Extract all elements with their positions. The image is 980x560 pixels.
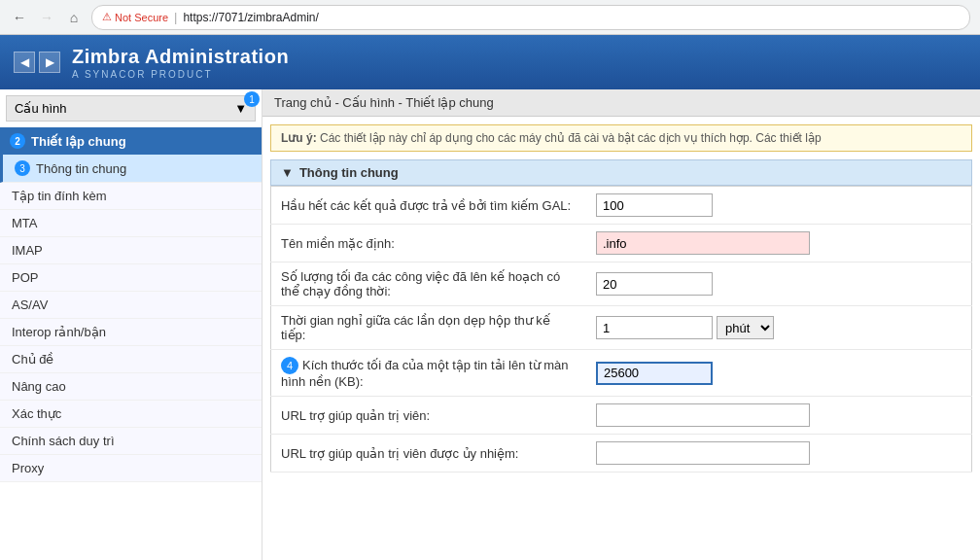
sidebar-item-badge: 3 — [15, 160, 30, 176]
form-input-1[interactable] — [596, 231, 810, 255]
sidebar-active-item[interactable]: 2 Thiết lập chung — [0, 127, 262, 155]
forward-button[interactable]: → — [37, 8, 56, 27]
form-input-cell — [586, 397, 972, 435]
section-header: ▼ Thông tin chung — [270, 159, 972, 186]
sidebar-item-label: IMAP — [12, 243, 43, 258]
sidebar-item-label: Chủ đề — [12, 352, 53, 367]
sidebar-item-label: POP — [12, 270, 38, 285]
form-label: URL trợ giúp quản trị viên được ủy nhiệm… — [271, 435, 586, 472]
security-warning: ⚠ Not Secure — [102, 11, 168, 23]
sidebar-item-label: Proxy — [12, 461, 44, 475]
sidebar-item-tập-tin-đính-kèm[interactable]: Tập tin đính kèm — [0, 183, 262, 210]
app-title: Zimbra Administration — [72, 46, 289, 68]
sidebar-item-proxy[interactable]: Proxy — [0, 455, 262, 482]
app-header: ◀ ▶ Zimbra Administration A SYNACOR PROD… — [0, 35, 980, 89]
breadcrumb: Trang chủ - Cấu hình - Thiết lập chung — [262, 89, 980, 117]
sidebar-item-interop-rảnh/bận[interactable]: Interop rảnh/bận — [0, 319, 262, 346]
table-row: Số lượng tối đa các công việc đã lên kế … — [271, 262, 972, 306]
sidebar-item-label: Thông tin chung — [36, 161, 126, 176]
form-input-cell — [586, 187, 972, 225]
sidebar-active-badge: 2 — [10, 133, 25, 149]
sidebar-item-label: Chính sách duy trì — [12, 434, 115, 448]
form-input-5[interactable] — [596, 403, 810, 427]
form-label: URL trợ giúp quản trị viên: — [271, 397, 586, 435]
content-area: Trang chủ - Cấu hình - Thiết lập chung L… — [262, 89, 980, 560]
form-input-cell — [586, 350, 972, 397]
sidebar-item-imap[interactable]: IMAP — [0, 237, 262, 264]
section-arrow-icon: ▼ — [281, 165, 294, 180]
sidebar-item-pop[interactable]: POP — [0, 264, 262, 292]
address-url: https://7071/zimbraAdmin/ — [183, 11, 318, 24]
app-nav-right[interactable]: ▶ — [39, 52, 60, 73]
notice-label: Lưu ý: — [281, 131, 317, 145]
content-body: ▼ Thông tin chung Hầu hết các kết quả đư… — [262, 159, 980, 560]
form-label: Hầu hết các kết quả được trả về bởi tìm … — [271, 187, 586, 225]
app-nav-left[interactable]: ◀ — [14, 52, 35, 73]
table-row: Hầu hết các kết quả được trả về bởi tìm … — [271, 187, 972, 225]
inline-group: phútgiờngày — [596, 316, 962, 339]
table-row: Thời gian nghỉ giữa các lần dọn dẹp hộp … — [271, 306, 972, 350]
address-bar[interactable]: ⚠ Not Secure | https://7071/zimbraAdmin/ — [91, 5, 970, 30]
form-input-cell — [586, 262, 972, 306]
sidebar-item-as/av[interactable]: AS/AV — [0, 292, 262, 319]
row-badge: 4 — [281, 357, 298, 374]
sidebar-dropdown[interactable]: Cấu hình ▼ 1 — [6, 95, 256, 122]
time-unit-select[interactable]: phútgiờngày — [717, 316, 774, 339]
table-row: 4Kích thước tối đa của một tập tin tải l… — [271, 350, 972, 397]
form-label: Số lượng tối đa các công việc đã lên kế … — [271, 262, 586, 306]
sidebar-active-label: Thiết lập chung — [31, 134, 126, 149]
sidebar-item-mta[interactable]: MTA — [0, 210, 262, 237]
sidebar-item-xác-thực[interactable]: Xác thực — [0, 401, 262, 428]
notice-text: Các thiết lập này chỉ áp dụng cho các má… — [320, 131, 822, 145]
notice-banner: Lưu ý: Các thiết lập này chỉ áp dụng cho… — [270, 124, 972, 152]
sidebar: Cấu hình ▼ 1 2 Thiết lập chung 3Thông ti… — [0, 89, 262, 560]
table-row: URL trợ giúp quản trị viên: — [271, 397, 972, 435]
back-button[interactable]: ← — [10, 8, 29, 27]
sidebar-dropdown-label: Cấu hình — [15, 101, 67, 116]
address-divider: | — [174, 10, 177, 24]
sidebar-item-label: Nâng cao — [12, 379, 66, 394]
form-label: Thời gian nghỉ giữa các lần dọn dẹp hộp … — [271, 306, 586, 350]
app-nav-arrows: ◀ ▶ — [14, 52, 60, 73]
sidebar-item-chủ-đề[interactable]: Chủ đề — [0, 346, 262, 373]
browser-chrome: ← → ⌂ ⚠ Not Secure | https://7071/zimbra… — [0, 0, 980, 35]
table-row: Tên miền mặc định: — [271, 225, 972, 262]
warning-icon: ⚠ — [102, 11, 112, 23]
form-label: Tên miền mặc định: — [271, 225, 586, 262]
sidebar-sub-items: 3Thông tin chungTập tin đính kèmMTAIMAPP… — [0, 155, 262, 482]
form-input-cell — [586, 435, 972, 472]
form-input-cell: phútgiờngày — [586, 306, 972, 350]
sidebar-item-thông-tin-chung[interactable]: 3Thông tin chung — [0, 155, 262, 183]
home-button[interactable]: ⌂ — [64, 8, 84, 27]
form-input-3[interactable] — [596, 316, 713, 339]
form-input-2[interactable] — [596, 272, 713, 296]
sidebar-item-label: Tập tin đính kèm — [12, 189, 107, 203]
app-subtitle: A SYNACOR PRODUCT — [72, 69, 289, 80]
app-title-block: Zimbra Administration A SYNACOR PRODUCT — [72, 46, 289, 80]
form-input-6[interactable] — [596, 441, 810, 465]
form-input-4[interactable] — [596, 362, 713, 385]
main-layout: Cấu hình ▼ 1 2 Thiết lập chung 3Thông ti… — [0, 89, 980, 560]
sidebar-dropdown-badge: 1 — [244, 91, 260, 107]
sidebar-item-label: AS/AV — [12, 298, 48, 312]
table-row: URL trợ giúp quản trị viên được ủy nhiệm… — [271, 435, 972, 472]
sidebar-item-label: MTA — [12, 216, 37, 230]
sidebar-item-label: Xác thực — [12, 406, 61, 421]
form-input-cell — [586, 225, 972, 262]
section-title: Thông tin chung — [299, 165, 399, 180]
form-table: Hầu hết các kết quả được trả về bởi tìm … — [270, 186, 972, 472]
form-label: 4Kích thước tối đa của một tập tin tải l… — [271, 350, 586, 397]
sidebar-item-nâng-cao[interactable]: Nâng cao — [0, 373, 262, 401]
sidebar-item-label: Interop rảnh/bận — [12, 325, 106, 339]
form-input-0[interactable] — [596, 193, 713, 217]
sidebar-item-chính-sách-duy-trì[interactable]: Chính sách duy trì — [0, 428, 262, 455]
